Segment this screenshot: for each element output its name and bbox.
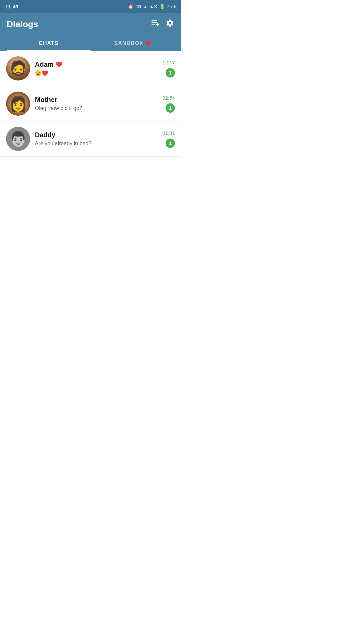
chat-name-mother: Mother (35, 96, 57, 104)
svg-rect-2 (152, 24, 155, 24)
page-title: Dialogs (7, 19, 38, 30)
tab-chats[interactable]: CHATS (7, 36, 90, 51)
signal-x-icon: ▲✕ (149, 4, 158, 9)
avatar-adam (6, 56, 30, 80)
chat-message-adam: 😉❤️ (35, 70, 158, 76)
chat-time-adam: 12:17 (162, 60, 175, 65)
compose-icon (151, 19, 160, 28)
chat-content-mother: Mother Oleg, how did it go? (35, 96, 158, 111)
chat-meta-adam: 12:17 1 (162, 60, 175, 77)
tabs: CHATS SANDBOX (7, 36, 174, 51)
status-bar: 11:49 ⏰ 4G ▲ ▲✕ 🔋 75% (0, 0, 181, 13)
chat-message-mother: Oleg, how did it go? (35, 105, 158, 111)
chat-content-daddy: Daddy Are you already in bed? (35, 131, 158, 147)
chat-badge-mother: 1 (166, 103, 175, 113)
svg-rect-1 (152, 22, 157, 23)
battery-icon: 🔋 (160, 4, 165, 9)
signal-bars-icon: ▲ (143, 4, 147, 9)
chat-badge-daddy: 1 (166, 139, 175, 148)
avatar-daddy (6, 127, 30, 151)
header-top: Dialogs (7, 19, 174, 36)
chat-meta-mother: 02:54 1 (162, 95, 175, 113)
svg-rect-0 (152, 20, 157, 21)
chat-name-row-adam: Adam ❤️ (35, 61, 158, 68)
chat-badge-adam: 1 (166, 68, 175, 77)
chat-name-adam: Adam (35, 61, 54, 68)
tab-sandbox[interactable]: SANDBOX (90, 36, 174, 51)
chat-content-adam: Adam ❤️ 😉❤️ (35, 61, 158, 76)
chat-item-daddy[interactable]: Daddy Are you already in bed? 01:31 1 (0, 121, 181, 157)
chat-name-row-daddy: Daddy (35, 131, 158, 139)
chat-meta-daddy: 01:31 1 (162, 130, 175, 148)
battery-percent: 75% (167, 4, 176, 9)
header-actions (151, 19, 174, 30)
gear-icon (166, 19, 174, 28)
sandbox-notification-dot (146, 41, 151, 46)
chat-time-daddy: 01:31 (162, 130, 175, 136)
chat-list: Adam ❤️ 😉❤️ 12:17 1 Mother Oleg, how did… (0, 51, 181, 157)
status-icons: ⏰ 4G ▲ ▲✕ 🔋 75% (128, 4, 176, 9)
clock-icon: ⏰ (128, 4, 133, 9)
chat-message-daddy: Are you already in bed? (35, 141, 158, 147)
signal-label: 4G (135, 4, 141, 9)
chat-time-mother: 02:54 (162, 95, 175, 101)
compose-button[interactable] (151, 19, 160, 30)
status-time: 11:49 (5, 4, 18, 9)
chat-item-mother[interactable]: Mother Oleg, how did it go? 02:54 1 (0, 86, 181, 121)
header: Dialogs CHATS (0, 13, 181, 51)
chat-name-daddy: Daddy (35, 131, 55, 139)
chat-name-emoji-adam: ❤️ (56, 61, 62, 68)
settings-button[interactable] (166, 19, 174, 30)
chat-item-adam[interactable]: Adam ❤️ 😉❤️ 12:17 1 (0, 51, 181, 86)
chat-name-row-mother: Mother (35, 96, 158, 104)
avatar-mother (6, 92, 30, 116)
